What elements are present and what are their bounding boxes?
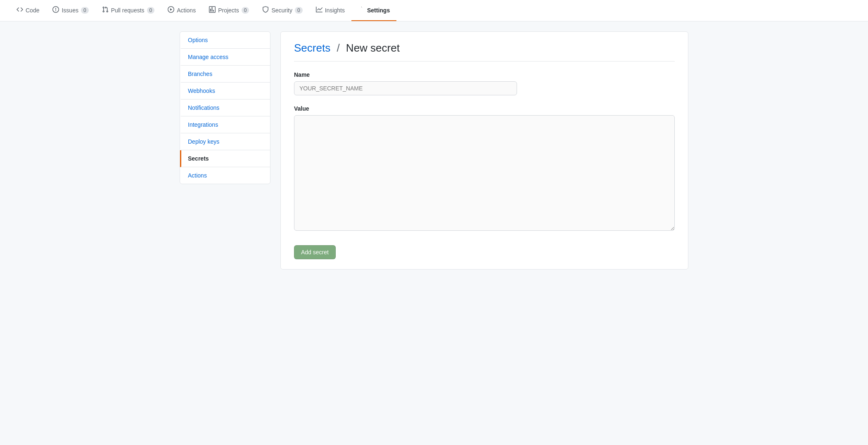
name-form-group: Name (294, 71, 675, 95)
value-label: Value (294, 105, 675, 112)
name-input[interactable] (294, 81, 517, 95)
page-layout: Options Manage access Branches Webhooks … (170, 21, 698, 279)
nav-issues[interactable]: Issues 0 (46, 0, 95, 21)
sidebar-item-manage-access-label: Manage access (188, 54, 228, 60)
sidebar-item-branches-label: Branches (188, 71, 212, 77)
nav-issues-label: Issues (62, 7, 78, 14)
add-secret-button[interactable]: Add secret (294, 245, 336, 259)
value-textarea[interactable] (294, 115, 675, 231)
sidebar-item-secrets-label: Secrets (188, 155, 209, 162)
sidebar-item-deploy-keys-label: Deploy keys (188, 138, 219, 145)
pull-requests-badge: 0 (147, 7, 155, 14)
main-content: Secrets / New secret Name Value Add secr… (280, 31, 688, 270)
nav-security-label: Security (271, 7, 292, 14)
nav-settings-label: Settings (367, 7, 390, 14)
settings-icon (358, 6, 365, 14)
code-icon (17, 6, 23, 14)
sidebar-item-options-label: Options (188, 37, 208, 43)
sidebar-item-webhooks-label: Webhooks (188, 88, 215, 94)
nav-code[interactable]: Code (10, 0, 46, 21)
sidebar-item-actions-label: Actions (188, 172, 207, 179)
insights-icon (316, 6, 323, 14)
issues-icon (52, 6, 59, 14)
nav-actions-label: Actions (177, 7, 196, 14)
sidebar-item-webhooks[interactable]: Webhooks (180, 83, 270, 99)
sidebar-item-actions[interactable]: Actions (180, 167, 270, 184)
sidebar-item-options[interactable]: Options (180, 32, 270, 49)
nav-projects[interactable]: Projects 0 (202, 0, 256, 21)
nav-insights[interactable]: Insights (309, 0, 351, 21)
security-icon (262, 6, 269, 14)
sidebar-item-integrations-label: Integrations (188, 121, 218, 128)
sidebar: Options Manage access Branches Webhooks … (180, 31, 270, 184)
nav-actions[interactable]: Actions (161, 0, 202, 21)
nav-settings[interactable]: Settings (351, 0, 396, 21)
nav-insights-label: Insights (325, 7, 345, 14)
sidebar-item-manage-access[interactable]: Manage access (180, 49, 270, 66)
nav-pull-requests[interactable]: Pull requests 0 (95, 0, 161, 21)
sidebar-item-integrations[interactable]: Integrations (180, 116, 270, 133)
sidebar-item-notifications[interactable]: Notifications (180, 99, 270, 116)
sidebar-item-deploy-keys[interactable]: Deploy keys (180, 133, 270, 150)
issues-badge: 0 (81, 7, 89, 14)
projects-badge: 0 (242, 7, 249, 14)
name-label: Name (294, 71, 675, 78)
actions-icon (168, 6, 174, 14)
breadcrumb-link[interactable]: Secrets (294, 42, 330, 54)
breadcrumb: Secrets / New secret (294, 42, 675, 62)
top-nav: Code Issues 0 Pull requests 0 Actions (0, 0, 868, 21)
breadcrumb-separator: / (337, 42, 339, 54)
projects-icon (209, 6, 216, 14)
security-badge: 0 (295, 7, 303, 14)
pull-requests-icon (102, 6, 109, 14)
nav-projects-label: Projects (218, 7, 239, 14)
nav-security[interactable]: Security 0 (256, 0, 309, 21)
sidebar-item-notifications-label: Notifications (188, 104, 219, 111)
sidebar-item-branches[interactable]: Branches (180, 66, 270, 83)
sidebar-item-secrets[interactable]: Secrets (180, 150, 270, 167)
value-form-group: Value (294, 105, 675, 232)
breadcrumb-current: New secret (346, 42, 400, 54)
nav-code-label: Code (26, 7, 39, 14)
nav-pull-requests-label: Pull requests (111, 7, 145, 14)
